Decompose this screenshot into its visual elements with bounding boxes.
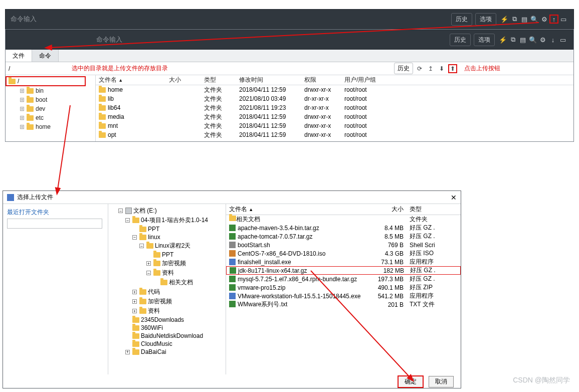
tree-node[interactable]: +资料 [108,306,226,316]
dialog-titlebar[interactable]: 选择上传文件 ✕ [3,191,461,204]
picker-row[interactable]: CentOS-7-x86_64-DVD-1810.iso 4.3 GB 好压 I… [226,249,461,258]
tree-node[interactable]: +代码 [108,287,226,297]
bolt-icon[interactable]: ⚡ [498,35,508,45]
picker-row[interactable]: apache-maven-3.5.4-bin.tar.gz 8.4 MB 好压 … [226,224,461,232]
tree-expander[interactable]: ⊞ [20,87,25,94]
col-name[interactable]: 文件名 ▲ [226,205,371,214]
download-icon[interactable]: ↓ [548,35,558,45]
tree-node[interactable]: −资料 [108,268,226,278]
picker-row[interactable]: jdk-8u171-linux-x64.tar.gz 182 MB 好压 GZ … [226,266,461,275]
tree-expander[interactable]: − [146,271,151,275]
gear-icon[interactable]: ⚙ [538,35,548,45]
copy-icon[interactable]: ⧉ [509,14,519,24]
col-name[interactable]: 文件名 ▲ [96,76,166,84]
tree-node[interactable]: CloudMusic [108,340,226,348]
picker-row[interactable]: mysql-5.7.25-1.el7.x86_64.rpm-bundle.tar… [226,275,461,283]
tree-node[interactable]: −文档 (E:) [108,206,226,216]
tree-expander[interactable]: − [125,218,130,223]
window-icon[interactable]: ▭ [558,14,568,24]
tree-node[interactable]: +DaBaiCai [108,348,226,356]
tree-expander[interactable]: ⊞ [20,114,25,121]
close-icon[interactable]: ✕ [451,193,457,202]
history-button[interactable]: 历史 [394,63,413,74]
tree-node[interactable]: PPT [108,225,226,233]
copy-icon[interactable]: ⧉ [508,35,518,45]
tree-expander[interactable]: + [146,261,151,266]
tree-node[interactable]: ⊞dev [6,104,95,113]
command-input-2[interactable]: 命令输入 [96,35,447,44]
tree-node[interactable]: −linux [108,233,226,241]
paste-icon[interactable]: ▤ [519,14,529,24]
picker-row[interactable]: apache-tomcat-7.0.57.tar.gz 8.5 MB 好压 GZ… [226,232,461,241]
picker-row[interactable]: WMware系列号.txt 201 B TXT 文件 [226,300,461,309]
tree-root[interactable]: / [6,76,86,86]
tree-node[interactable]: 360WiFi [108,324,226,332]
file-row[interactable]: home 文件夹 2018/04/11 12:59 drwxr-xr-x roo… [96,85,573,94]
tree-node[interactable]: PPT [108,251,226,259]
dir-tree[interactable]: / ⊞bin⊞boot⊞dev⊞etc⊞home [6,75,96,141]
col-mtime[interactable]: 修改时间 [236,76,301,84]
tree-node[interactable]: +加密视频 [108,259,226,268]
options-button[interactable]: 选项 [475,13,496,26]
tree-expander[interactable]: + [132,309,137,313]
tree-expander[interactable]: + [125,350,130,354]
tree-node[interactable]: 相关文档 [108,278,226,287]
history-button[interactable]: 历史 [451,13,472,26]
download-icon[interactable]: ⬇ [437,64,446,73]
col-owner[interactable]: 用户/用户组 [341,76,392,84]
tree-expander[interactable]: − [132,235,137,240]
history-button[interactable]: 历史 [450,34,471,46]
tree-node[interactable]: 2345Downloads [108,316,226,324]
col-perm[interactable]: 权限 [301,76,341,84]
ok-button[interactable]: 确定 [398,375,424,388]
file-row[interactable]: opt 文件夹 2018/04/11 12:59 drwxr-xr-x root… [96,130,573,139]
file-list-header[interactable]: 文件名 ▲ 大小 类型 修改时间 权限 用户/用户组 [96,75,573,85]
tab-file[interactable]: 文件 [6,50,32,62]
file-row[interactable]: media 文件夹 2018/04/11 12:59 drwxr-xr-x ro… [96,112,573,121]
tree-node[interactable]: −04-项目1-瑞吉外卖1.0-14 [108,216,226,225]
tree-node[interactable]: ⊞bin [6,86,95,95]
picker-row[interactable]: bootStart.sh 769 B Shell Scri [226,241,461,249]
picker-row[interactable]: finalshell_install.exe 73.1 MB 应用程序 [226,258,461,266]
tree-node[interactable]: −Linux课程2天 [108,241,226,251]
col-type[interactable]: 类型 [407,205,447,214]
tree-expander[interactable]: − [118,209,123,213]
picker-header[interactable]: 文件名 ▲ 大小 类型 [226,204,461,215]
tree-expander[interactable]: ⊞ [20,96,25,103]
tree-expander[interactable]: ⊞ [20,123,25,130]
picker-row[interactable]: 相关文档 文件夹 [226,215,461,224]
file-row[interactable]: mnt 文件夹 2018/04/11 12:59 drwxr-xr-x root… [96,121,573,130]
search-icon[interactable]: 🔍 [528,35,538,45]
paste-icon[interactable]: ▤ [518,35,528,45]
tree-expander[interactable]: ⊞ [20,105,25,112]
file-row[interactable]: lib 文件夹 2021/08/10 03:49 dr-xr-xr-x root… [96,94,573,103]
bolt-icon[interactable]: ⚡ [499,14,509,24]
options-button[interactable]: 选项 [474,34,495,46]
tree-expander[interactable]: − [139,244,144,248]
refresh-icon[interactable]: ⟳ [415,64,424,73]
tree-node[interactable]: ⊞etc [6,113,95,122]
search-icon[interactable]: 🔍 [529,14,539,24]
current-path[interactable]: / [9,65,34,72]
upload-icon[interactable]: ↑ [549,15,558,24]
picker-row[interactable]: vmware-pro15.zip 490.1 MB 好压 ZIP [226,283,461,292]
tree-node[interactable]: ⊞home [6,122,95,131]
upload-button[interactable]: ⬆ [448,64,457,73]
col-size[interactable]: 大小 [371,205,407,214]
file-row[interactable]: lib64 文件夹 2021/08/11 19:23 dr-xr-xr-x ro… [96,103,573,112]
recent-input[interactable] [7,219,102,229]
col-size[interactable]: 大小 [166,76,201,84]
up-dir-icon[interactable]: ↥ [426,64,435,73]
window-icon[interactable]: ▭ [558,35,568,45]
tree-expander[interactable]: + [132,290,137,294]
tree-node[interactable]: +加密视频 [108,297,226,306]
folder-tree[interactable]: −文档 (E:)−04-项目1-瑞吉外卖1.0-14PPT−linux−Linu… [108,204,226,374]
tab-command[interactable]: 命令 [32,50,59,62]
tree-expander[interactable]: + [132,299,137,304]
command-input-1[interactable]: 命令输入 [11,15,448,24]
cancel-button[interactable]: 取消 [429,376,454,387]
tree-node[interactable]: BaiduNetdiskDownload [108,332,226,340]
picker-row[interactable]: VMware-workstation-full-15.5.1-15018445.… [226,292,461,300]
tree-node[interactable]: ⊞boot [6,95,95,104]
gear-icon[interactable]: ⚙ [539,14,549,24]
